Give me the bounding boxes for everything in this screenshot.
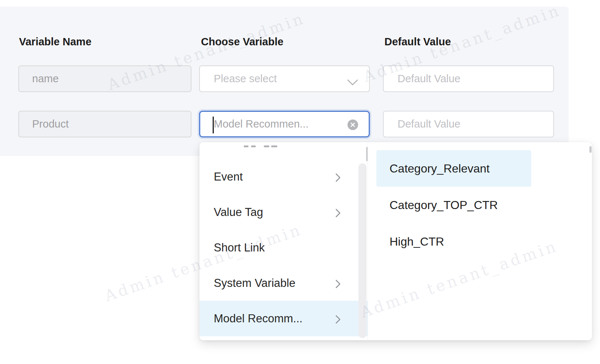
chevron-down-icon bbox=[347, 76, 358, 88]
cascader-item-short-link[interactable]: Short Link bbox=[200, 230, 368, 265]
cascader-level2-menu: Category_Relevant Category_TOP_CTR High_… bbox=[368, 142, 592, 340]
variable-form-panel: Variable Name Choose Variable Default Va… bbox=[0, 7, 569, 156]
variable-name-value-row2: Product bbox=[32, 118, 69, 130]
choose-variable-select-row1[interactable]: Please select bbox=[199, 65, 370, 92]
cascader-item-value-tag[interactable]: Value Tag bbox=[200, 194, 368, 230]
item-label: High_CTR bbox=[390, 235, 444, 249]
cascader-item-event[interactable]: Event bbox=[200, 159, 368, 194]
item-label: Short Link bbox=[214, 241, 265, 254]
cascader-level1-list: Event Value Tag Short Link S bbox=[200, 159, 368, 336]
item-label: Category_TOP_CTR bbox=[390, 198, 498, 212]
clipped-item-fragment bbox=[271, 145, 277, 147]
clipped-item-fragment bbox=[251, 145, 256, 147]
cascader-item-category-relevant[interactable]: Category_Relevant bbox=[376, 150, 531, 187]
chevron-right-icon bbox=[335, 278, 341, 292]
clear-selection-icon[interactable] bbox=[348, 120, 358, 130]
clipped-item-fragment bbox=[264, 145, 269, 147]
cascader-item-model-recommend[interactable]: Model Recomm... bbox=[200, 301, 368, 336]
variable-name-input-row1[interactable]: name bbox=[18, 65, 191, 92]
item-label: Model Recomm... bbox=[214, 312, 303, 325]
item-label: Category_Relevant bbox=[390, 162, 490, 175]
default-value-placeholder-row1: Default Value bbox=[398, 73, 460, 85]
cascader-level1-menu: Event Value Tag Short Link S bbox=[200, 142, 368, 340]
scrollbar-thumb-wide[interactable] bbox=[358, 163, 367, 338]
item-label: Event bbox=[214, 170, 243, 183]
default-value-label: Default Value bbox=[384, 36, 451, 48]
cascader-item-category-top-ctr[interactable]: Category_TOP_CTR bbox=[376, 187, 531, 223]
cascader-item-high-ctr[interactable]: High_CTR bbox=[376, 223, 531, 260]
choose-variable-placeholder-row1: Please select bbox=[214, 73, 277, 85]
choose-variable-label: Choose Variable bbox=[201, 36, 284, 48]
clipped-item-fragment bbox=[244, 145, 248, 147]
default-value-input-row2[interactable]: Default Value bbox=[383, 111, 554, 137]
default-value-placeholder-row2: Default Value bbox=[398, 118, 460, 130]
chevron-right-icon bbox=[335, 314, 341, 327]
scrollbar-thumb[interactable] bbox=[589, 146, 592, 153]
text-cursor-caret bbox=[213, 117, 214, 133]
choose-variable-value-row2: Model Recommen... bbox=[214, 118, 309, 130]
item-label: System Variable bbox=[214, 277, 295, 290]
variable-name-label: Variable Name bbox=[19, 36, 91, 48]
cascader-item-system-variable[interactable]: System Variable bbox=[200, 265, 368, 301]
item-label: Value Tag bbox=[214, 206, 263, 219]
choose-variable-select-row2-focused[interactable]: Model Recommen... bbox=[199, 111, 370, 137]
default-value-input-row1[interactable]: Default Value bbox=[383, 65, 554, 92]
variable-name-input-row2[interactable]: Product bbox=[18, 111, 191, 137]
chevron-right-icon bbox=[335, 208, 341, 221]
chevron-right-icon bbox=[335, 172, 341, 185]
cascader-dropdown: Event Value Tag Short Link S bbox=[200, 142, 592, 340]
variable-name-value-row1: name bbox=[32, 73, 59, 85]
